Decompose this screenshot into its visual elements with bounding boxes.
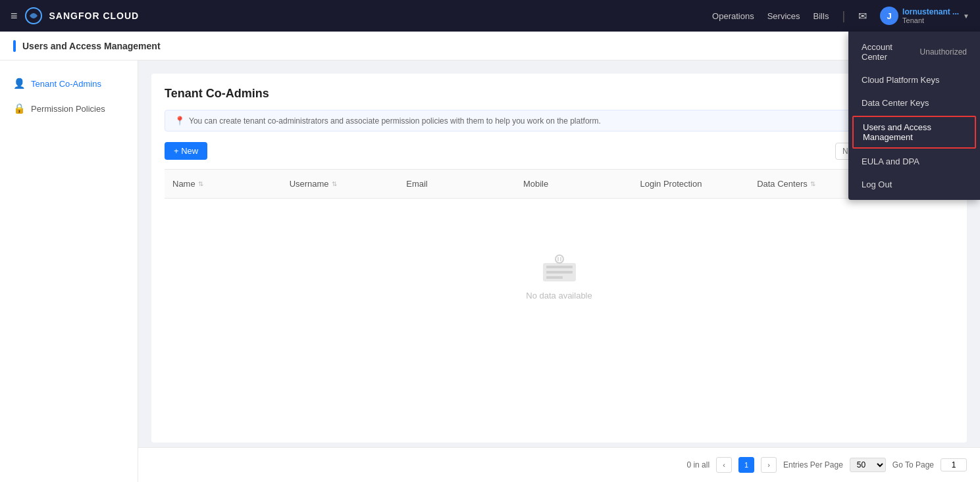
col-name: Name ⇅ — [165, 175, 282, 193]
content-card: Tenant Co-Admins 📍 You can create tenant… — [151, 74, 967, 443]
sidebar-item-tenant-label: Tenant Co-Admins — [31, 79, 101, 89]
user-name: lornustenant ... — [902, 7, 959, 16]
top-navigation: ≡ SANGFOR CLOUD Operations Services Bill… — [0, 0, 980, 32]
account-center-sub: Unauthorized — [920, 47, 967, 57]
logo-text: SANGFOR CLOUD — [49, 11, 140, 21]
nav-divider: | — [842, 9, 845, 23]
sidebar-item-permission-policies[interactable]: 🔒 Permission Policies — [0, 96, 138, 121]
permission-policies-icon: 🔒 — [13, 103, 26, 114]
svg-rect-4 — [546, 276, 563, 279]
datacenters-sort-icon[interactable]: ⇅ — [810, 180, 815, 187]
dropdown-cloud-platform-keys[interactable]: Cloud Platform Keys — [848, 68, 980, 91]
user-info: lornustenant ... Tenant — [902, 7, 959, 24]
tenant-coadmins-icon: 👤 — [13, 78, 26, 89]
username-sort-icon[interactable]: ⇅ — [332, 180, 337, 187]
sangfor-logo-icon — [24, 7, 43, 25]
sidebar-item-permission-label: Permission Policies — [31, 104, 105, 114]
dropdown-data-center-keys[interactable]: Data Center Keys — [848, 91, 980, 114]
bills-link[interactable]: Bills — [813, 11, 829, 21]
topnav-right: Operations Services Bills | ✉ J lornuste… — [712, 7, 969, 25]
new-button[interactable]: + New — [165, 142, 207, 160]
svg-point-5 — [555, 255, 563, 263]
pagination-total: 0 in all — [686, 460, 709, 470]
dropdown-account-center[interactable]: Account Center Unauthorized — [848, 36, 980, 68]
info-icon: 📍 — [174, 116, 185, 126]
name-sort-icon[interactable]: ⇅ — [198, 180, 203, 187]
table-header: Name ⇅ Username ⇅ Email Mobile Login Pro… — [165, 169, 954, 199]
pagination-prev[interactable]: ‹ — [716, 457, 732, 473]
dropdown-eula-dpa[interactable]: EULA and DPA — [848, 150, 980, 173]
info-text: You can create tenant co-administrators … — [189, 116, 601, 126]
breadcrumb-bar: Users and Access Management — [0, 32, 980, 60]
svg-rect-3 — [546, 271, 573, 274]
breadcrumb-text: Users and Access Management — [22, 41, 161, 51]
menu-icon[interactable]: ≡ — [11, 9, 18, 23]
pagination-bar: 0 in all ‹ 1 › Entries Per Page 50 100 2… — [138, 447, 980, 482]
mail-icon[interactable]: ✉ — [858, 10, 867, 22]
main-layout: 👤 Tenant Co-Admins 🔒 Permission Policies… — [0, 60, 980, 482]
user-chevron-icon: ▼ — [963, 12, 969, 20]
col-username: Username ⇅ — [282, 175, 399, 193]
operations-link[interactable]: Operations — [712, 11, 754, 21]
user-avatar: J — [880, 7, 898, 25]
account-center-label: Account Center — [862, 42, 920, 62]
topnav-left: ≡ SANGFOR CLOUD — [11, 7, 139, 25]
goto-label: Go To Page — [892, 460, 934, 470]
toolbar: + New — [165, 142, 954, 160]
services-link[interactable]: Services — [767, 11, 800, 21]
col-email: Email — [398, 175, 515, 193]
entries-per-page-select[interactable]: 50 100 200 — [850, 458, 886, 472]
empty-text: No data available — [526, 291, 592, 301]
pagination-page-1[interactable]: 1 — [738, 457, 754, 473]
pagination-next[interactable]: › — [761, 457, 777, 473]
user-role: Tenant — [902, 16, 959, 24]
empty-state: No data available — [165, 199, 954, 353]
page-title: Tenant Co-Admins — [165, 87, 954, 101]
user-area[interactable]: J lornustenant ... Tenant ▼ — [880, 7, 969, 25]
dropdown-logout[interactable]: Log Out — [848, 173, 980, 196]
info-bar: 📍 You can create tenant co-administrator… — [165, 110, 954, 132]
sidebar: 👤 Tenant Co-Admins 🔒 Permission Policies — [0, 60, 138, 482]
sidebar-item-tenant-coadmins[interactable]: 👤 Tenant Co-Admins — [0, 71, 138, 96]
empty-state-icon — [540, 251, 579, 284]
svg-rect-2 — [546, 266, 573, 268]
breadcrumb-accent — [13, 40, 16, 52]
user-dropdown-menu: Account Center Unauthorized Cloud Platfo… — [848, 32, 980, 200]
dropdown-users-access-management[interactable]: Users and Access Management — [852, 116, 976, 149]
goto-page-input[interactable] — [941, 458, 967, 471]
entries-per-page-label: Entries Per Page — [783, 460, 843, 470]
col-login-protection: Login Protection — [632, 175, 750, 193]
col-mobile: Mobile — [515, 175, 632, 193]
